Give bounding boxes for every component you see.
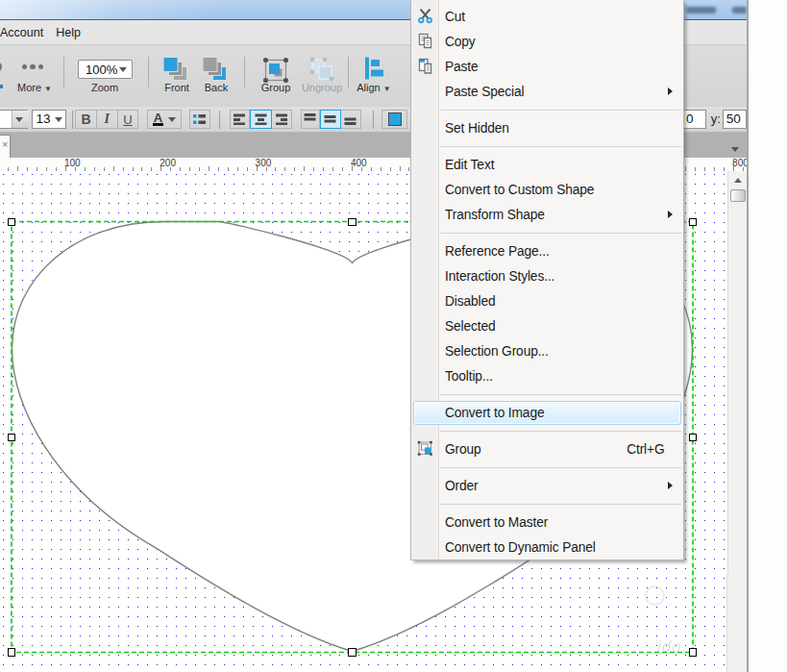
x-position-field[interactable]: 0	[683, 110, 706, 129]
valign-bottom-icon	[344, 113, 357, 125]
submenu-arrow-icon	[668, 87, 673, 95]
separator-line	[440, 146, 681, 147]
separator-line	[440, 504, 681, 505]
bottom-right-panel-edge	[726, 574, 747, 672]
context-menu-item-selection-group[interactable]: Selection Group...	[411, 338, 683, 363]
context-menu-item-convert-to-master[interactable]: Convert to Master	[411, 510, 683, 535]
ungroup-icon	[307, 56, 336, 83]
selection-handle[interactable]	[8, 218, 16, 227]
scissors-glyph	[417, 8, 434, 25]
context-menu-item-label: Selection Group...	[445, 344, 549, 359]
context-menu-item-set-hidden[interactable]: Set Hidden	[411, 115, 683, 140]
context-menu-item-paste-special[interactable]: Paste Special	[411, 79, 683, 104]
context-menu-item-edit-text[interactable]: Edit Text	[411, 152, 683, 177]
context-menu-item-convert-to-dynamic-panel[interactable]: Convert to Dynamic Panel	[411, 535, 683, 560]
format-separator	[373, 111, 374, 129]
bold-label: B	[81, 112, 90, 127]
context-menu-item-label: Order	[445, 479, 479, 493]
scroll-up-icon	[734, 178, 742, 183]
selection-handle[interactable]	[689, 648, 698, 657]
context-menu-item-label: Reference Page...	[445, 244, 550, 259]
window-title-text-fragment	[686, 7, 716, 13]
context-menu-item-label: Interaction Styles...	[445, 269, 554, 284]
context-menu-item-label: Disabled	[445, 294, 496, 309]
page-tab-partial[interactable]: ×	[0, 135, 11, 158]
context-menu-item-tooltip[interactable]: Tooltip...	[411, 363, 683, 388]
context-menu-item-paste[interactable]: Paste	[411, 54, 683, 79]
bullet-button-group	[189, 110, 210, 129]
zoom-value-box[interactable]: 100%	[78, 60, 133, 79]
font-family-dropdown-icon	[15, 117, 23, 122]
bold-button[interactable]: B	[75, 110, 96, 129]
scrollbar-up-button[interactable]	[728, 171, 748, 189]
font-color-button[interactable]: A	[147, 110, 182, 129]
selection-handle[interactable]	[348, 648, 357, 657]
menu-help[interactable]: Help	[50, 26, 87, 39]
context-menu-items: CutCopyPastePaste SpecialSet HiddenEdit …	[411, 0, 683, 560]
bullet-list-button[interactable]	[189, 110, 210, 129]
fill-color-button[interactable]	[381, 110, 407, 129]
x-position-value: 0	[686, 112, 694, 126]
context-menu-item-label: Tooltip...	[445, 369, 493, 384]
selection-handle[interactable]	[8, 434, 16, 442]
context-menu-item-label: Edit Text	[445, 158, 494, 172]
font-size-combobox[interactable]: 13	[32, 110, 66, 129]
more-caret-icon: ▼	[44, 85, 52, 93]
more-ellipsis-icon	[22, 64, 43, 70]
context-menu-item-order[interactable]: Order	[411, 473, 683, 498]
selection-handle[interactable]	[8, 648, 16, 657]
align-right-button[interactable]	[272, 110, 292, 129]
context-menu-separator	[411, 140, 683, 152]
context-menu-item-interaction-styles[interactable]: Interaction Styles...	[411, 263, 683, 288]
context-menu-item-label: Paste Special	[445, 85, 524, 99]
zoom-value: 100%	[86, 62, 117, 77]
separator-line	[440, 394, 681, 395]
context-menu-item-selected[interactable]: Selected	[411, 313, 683, 338]
selection-handle[interactable]	[689, 218, 698, 227]
send-to-back-icon	[202, 57, 229, 82]
context-menu-item-label: Transform Shape	[445, 208, 545, 222]
context-menu-item-label: Convert to Master	[445, 515, 548, 530]
font-color-dropdown-icon	[168, 117, 176, 122]
tab-close-icon[interactable]: ×	[2, 139, 8, 150]
more-label-text: More	[17, 82, 41, 93]
y-position-field[interactable]: 50	[723, 110, 748, 129]
context-menu-item-label: Convert to Image	[445, 406, 544, 420]
underline-button[interactable]: U	[118, 110, 138, 129]
more-button-label: More ▼	[13, 82, 56, 93]
context-menu-item-label: Selected	[445, 319, 496, 334]
valign-top-button[interactable]	[301, 110, 321, 129]
italic-button[interactable]: I	[97, 110, 118, 129]
selection-handle[interactable]	[689, 434, 698, 442]
context-menu-item-convert-to-custom-shape[interactable]: Convert to Custom Shape	[411, 177, 683, 202]
fill-color-swatch	[388, 112, 402, 126]
separator-line	[440, 467, 681, 468]
context-menu-item-transform-shape[interactable]: Transform Shape	[411, 202, 683, 227]
text-style-button-group: B I U	[75, 110, 138, 129]
align-center-button[interactable]	[250, 110, 272, 129]
align-left-button[interactable]	[230, 110, 250, 129]
valign-bottom-button[interactable]	[341, 110, 362, 129]
menu-account[interactable]: Account	[0, 26, 50, 39]
watermark-text: ido.	[657, 637, 687, 657]
context-menu-item-label: Cut	[445, 10, 465, 24]
window-title-text-fragment-2	[732, 7, 747, 13]
tab-list-dropdown-icon[interactable]	[731, 147, 739, 152]
context-menu-item-cut[interactable]: Cut	[411, 4, 683, 29]
scrollbar-thumb[interactable]	[730, 189, 746, 202]
context-menu-item-disabled[interactable]: Disabled	[411, 288, 683, 313]
font-family-combobox[interactable]	[0, 110, 28, 129]
context-menu-item-reference-page[interactable]: Reference Page...	[411, 238, 683, 263]
context-menu-item-convert-to-image[interactable]: Convert to Image	[411, 400, 683, 425]
font-size-dropdown-icon	[55, 117, 62, 122]
context-menu-item-group[interactable]: GroupCtrl+G	[411, 436, 683, 461]
valign-middle-button[interactable]	[320, 110, 341, 129]
context-menu-item-copy[interactable]: Copy	[411, 29, 683, 54]
ruler-number: 100	[64, 158, 81, 168]
bullet-list-icon	[193, 113, 206, 125]
font-color-letter: A	[153, 112, 163, 126]
ruler-number: 400	[351, 158, 367, 168]
selection-handle[interactable]	[348, 218, 357, 227]
separator-line	[440, 431, 681, 432]
watermark-circle	[645, 585, 665, 606]
